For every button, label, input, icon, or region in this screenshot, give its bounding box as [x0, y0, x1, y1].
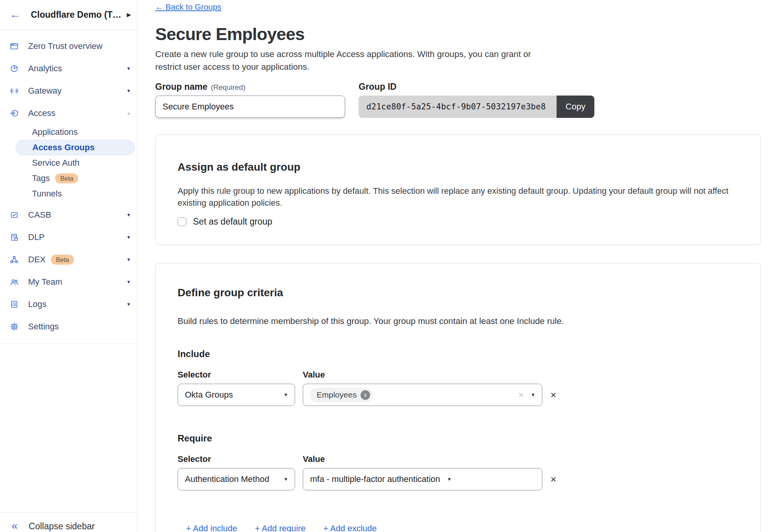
chevron-down-icon[interactable]: ▼	[126, 235, 131, 240]
sidebar-item-settings[interactable]: Settings	[0, 316, 137, 338]
sidebar-item-label: Analytics	[28, 64, 62, 74]
add-include-link[interactable]: + Add include	[186, 524, 237, 532]
sidebar-item-my-team[interactable]: My Team ▼	[0, 271, 137, 293]
back-to-groups-link[interactable]: ← Back to Groups	[155, 2, 221, 12]
sidebar-item-dlp[interactable]: DLP ▼	[0, 226, 137, 248]
employees-chip: Employees x	[310, 388, 373, 402]
sidebar-item-label: Gateway	[28, 86, 62, 96]
chevron-down-icon[interactable]: ▼	[126, 66, 131, 71]
sidebar-item-label: Logs	[28, 299, 47, 309]
chip-label: Employees	[317, 390, 357, 399]
sidebar-item-dex[interactable]: DEX Beta ▼	[0, 248, 137, 271]
add-rule-links: + Add include + Add require + Add exclud…	[186, 524, 738, 532]
include-selector-dropdown[interactable]: Okta Groups ▼	[178, 384, 295, 406]
sidebar-item-access-groups[interactable]: Access Groups	[15, 140, 135, 155]
sidebar-item-label: Service Auth	[32, 158, 80, 168]
sidebar-item-label: Zero Trust overview	[28, 41, 102, 51]
chevron-down-icon[interactable]: ▼	[126, 302, 131, 307]
chevron-down-icon[interactable]: ▼	[126, 212, 131, 218]
sidebar-item-label: Applications	[32, 127, 78, 137]
sidebar-item-tags[interactable]: Tags Beta	[0, 171, 137, 186]
criteria-card-description: Build rules to determine membership of t…	[178, 315, 738, 327]
sidebar-item-label: DLP	[28, 232, 45, 242]
chevron-down-icon[interactable]: ▼	[126, 257, 131, 262]
group-name-label: Group name	[155, 82, 207, 92]
sidebar: ← Cloudflare Demo (T… ▶ Zero Trust overv…	[0, 0, 138, 532]
copy-button[interactable]: Copy	[557, 96, 594, 118]
casb-icon	[10, 210, 19, 220]
include-value-dropdown[interactable]: Employees x × ▼	[303, 384, 542, 406]
sidebar-item-logs[interactable]: Logs ▼	[0, 293, 137, 316]
include-rule-row: Okta Groups ▼ Employees x × ▼ ×	[178, 384, 738, 406]
chevron-down-icon[interactable]: ▼	[126, 88, 131, 94]
chevron-up-icon[interactable]: ▲	[126, 111, 131, 116]
sidebar-item-label: CASB	[28, 210, 51, 220]
my-team-people-icon	[10, 277, 19, 287]
analytics-pie-icon	[10, 64, 19, 73]
account-title[interactable]: Cloudflare Demo (T…	[31, 10, 124, 20]
chevron-down-icon: ▼	[284, 477, 288, 482]
require-selector-value: Authentication Method	[185, 474, 269, 484]
sidebar-header: ← Cloudflare Demo (T… ▶	[0, 0, 137, 30]
sidebar-item-label: Access	[28, 108, 55, 118]
collapse-chevrons-icon[interactable]: «	[12, 520, 18, 531]
require-rule-row: Authentication Method ▼ mfa - multiple-f…	[178, 468, 738, 490]
chevron-down-icon[interactable]: ▼	[126, 279, 131, 285]
logs-list-icon	[10, 300, 19, 309]
group-name-id-row: Group name (Required) Group ID d21ce80f-…	[155, 82, 761, 118]
sidebar-item-service-auth[interactable]: Service Auth	[0, 155, 137, 171]
include-selector-value: Okta Groups	[185, 390, 233, 400]
add-require-link[interactable]: + Add require	[255, 524, 305, 532]
sidebar-nav: Zero Trust overview Analytics ▼ Gateway …	[0, 30, 137, 344]
include-heading: Include	[178, 349, 738, 359]
require-rule-remove-button[interactable]: ×	[550, 474, 556, 484]
include-rule-remove-button[interactable]: ×	[550, 390, 556, 400]
required-hint: (Required)	[211, 83, 245, 92]
sidebar-item-label: Settings	[28, 322, 59, 332]
require-value-text: mfa - multiple-factor authentication	[310, 474, 440, 484]
group-id-label: Group ID	[359, 82, 396, 92]
chevron-down-icon: ▼	[531, 392, 535, 398]
sidebar-item-applications[interactable]: Applications	[0, 124, 137, 140]
beta-badge: Beta	[51, 255, 74, 265]
chip-remove-icon[interactable]: x	[361, 390, 370, 400]
define-group-criteria-card: Define group criteria Build rules to det…	[155, 263, 761, 532]
sidebar-item-label: Access Groups	[32, 143, 94, 153]
account-expand-icon[interactable]: ▶	[127, 12, 131, 18]
clear-value-icon[interactable]: ×	[518, 390, 524, 400]
sidebar-item-label: My Team	[28, 277, 62, 287]
set-default-checkbox[interactable]	[178, 217, 186, 226]
main-content: ← Back to Groups Secure Employees Create…	[138, 0, 770, 532]
access-arrow-icon	[10, 109, 19, 118]
default-card-description: Apply this rule group to new application…	[178, 185, 738, 209]
sidebar-divider	[0, 344, 137, 344]
dex-network-icon	[10, 255, 19, 264]
chevron-down-icon: ▼	[447, 477, 452, 482]
sidebar-item-tunnels[interactable]: Tunnels	[0, 186, 137, 201]
chevron-down-icon: ▼	[284, 392, 288, 398]
sidebar-item-gateway[interactable]: Gateway ▼	[0, 80, 137, 102]
sidebar-item-casb[interactable]: CASB ▼	[0, 204, 137, 226]
criteria-card-heading: Define group criteria	[178, 287, 738, 299]
page-title: Secure Employees	[155, 25, 761, 44]
assign-default-group-card: Assign as default group Apply this rule …	[155, 134, 761, 245]
back-arrow-icon[interactable]: ←	[10, 9, 20, 20]
app-root: ← Cloudflare Demo (T… ▶ Zero Trust overv…	[0, 0, 770, 532]
require-value-dropdown[interactable]: mfa - multiple-factor authentication ▼	[303, 468, 542, 490]
add-exclude-link[interactable]: + Add exclude	[323, 524, 377, 532]
sidebar-item-analytics[interactable]: Analytics ▼	[0, 57, 137, 80]
sidebar-item-label: Tunnels	[32, 189, 62, 199]
sidebar-item-zero-trust-overview[interactable]: Zero Trust overview	[0, 35, 137, 57]
sidebar-item-access[interactable]: Access ▲	[0, 102, 137, 124]
require-value-label: Value	[303, 454, 325, 464]
sidebar-footer[interactable]: « Collapse sidebar	[0, 512, 137, 532]
group-id-value: d21ce80f-5a25-4bcf-9b07-5032197e3be8	[359, 96, 557, 118]
collapse-sidebar-label[interactable]: Collapse sidebar	[29, 522, 95, 531]
default-card-heading: Assign as default group	[178, 161, 738, 173]
dlp-document-lock-icon	[10, 233, 19, 242]
beta-badge: Beta	[55, 173, 78, 183]
sidebar-item-label: DEX	[28, 255, 45, 265]
group-name-input[interactable]	[155, 96, 345, 118]
require-selector-dropdown[interactable]: Authentication Method ▼	[178, 468, 295, 490]
set-default-checkbox-label: Set as default group	[193, 216, 272, 227]
